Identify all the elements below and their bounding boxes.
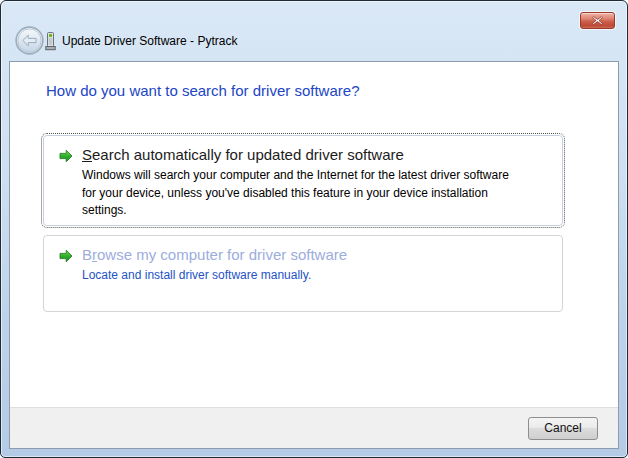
- back-arrow-icon: [15, 43, 44, 58]
- back-button[interactable]: [15, 26, 44, 55]
- close-button[interactable]: [580, 12, 615, 29]
- window-title: Update Driver Software - Pytrack: [62, 34, 237, 48]
- device-icon: [44, 31, 57, 56]
- option-browse-computer[interactable]: Browse my computer for driver software L…: [43, 235, 563, 312]
- green-arrow-icon: [58, 248, 74, 268]
- wizard-client-area: How do you want to search for driver sof…: [9, 61, 619, 449]
- option-search-automatically[interactable]: Search automatically for updated driver …: [43, 135, 563, 226]
- option-text-block: Search automatically for updated driver …: [82, 145, 548, 220]
- update-driver-wizard-window: Update Driver Software - Pytrack How do …: [0, 0, 628, 458]
- cancel-button[interactable]: Cancel: [528, 417, 598, 440]
- green-arrow-icon: [58, 148, 74, 168]
- option-browse-title: Browse my computer for driver software: [82, 245, 548, 264]
- titlebar: Update Driver Software - Pytrack: [1, 1, 627, 61]
- option-browse-description: Locate and install driver software manua…: [82, 267, 548, 285]
- footer-bar: Cancel: [10, 407, 618, 448]
- close-icon: [592, 13, 603, 28]
- option-text-block: Browse my computer for driver software L…: [82, 245, 548, 285]
- wizard-body: How do you want to search for driver sof…: [10, 62, 618, 407]
- option-search-title: Search automatically for updated driver …: [82, 145, 548, 164]
- option-search-description: Windows will search your computer and th…: [82, 167, 548, 220]
- page-title: How do you want to search for driver sof…: [46, 81, 618, 100]
